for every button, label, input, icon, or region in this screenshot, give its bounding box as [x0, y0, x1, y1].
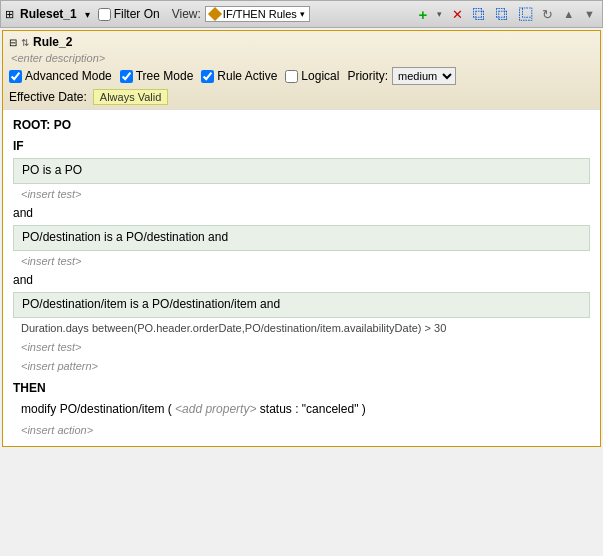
ruleset-title: Ruleset_1: [20, 7, 77, 21]
insert-test-3[interactable]: <insert test>: [21, 339, 582, 357]
tree-mode-checkbox[interactable]: Tree Mode: [120, 69, 194, 83]
rule-active-checkbox[interactable]: Rule Active: [201, 69, 277, 83]
root-label: ROOT:: [13, 118, 50, 132]
insert-test-1[interactable]: <insert test>: [21, 186, 582, 204]
filter-on-checkbox[interactable]: Filter On: [98, 7, 160, 21]
advanced-mode-label: Advanced Mode: [25, 69, 112, 83]
rule-title: Rule_2: [33, 35, 72, 49]
add-property[interactable]: <add property>: [175, 402, 256, 416]
paste-icon[interactable]: ⿻: [493, 6, 512, 23]
rule-header: ⊟ ⇅ Rule_2 <enter description> Advanced …: [3, 31, 600, 110]
rule-collapse-icon[interactable]: ⊟: [9, 37, 17, 48]
view-label: View:: [172, 7, 201, 21]
advanced-mode-checkbox[interactable]: Advanced Mode: [9, 69, 112, 83]
condition-text-3: PO/destination/item is a PO/destination/…: [22, 297, 280, 311]
paste2-icon[interactable]: ⿺: [516, 6, 535, 23]
view-dropdown-arrow-icon: ▾: [300, 9, 305, 19]
view-dropdown[interactable]: IF/THEN Rules ▾: [205, 6, 310, 22]
priority-select[interactable]: medium: [392, 67, 456, 85]
add-dropdown-icon[interactable]: ▾: [434, 8, 445, 20]
rule-body: ROOT: PO IF PO is a PO <insert test> and…: [3, 110, 600, 446]
expand-icon[interactable]: ⊞: [5, 8, 14, 21]
rule-options: Advanced Mode Tree Mode Rule Active Logi…: [9, 67, 594, 85]
advanced-mode-input[interactable]: [9, 70, 22, 83]
priority-label: Priority:: [347, 69, 388, 83]
logical-label: Logical: [301, 69, 339, 83]
insert-test-2[interactable]: <insert test>: [21, 253, 582, 271]
insert-pattern[interactable]: <insert pattern>: [21, 358, 582, 376]
diamond-icon: [208, 7, 222, 21]
modify-prefix: modify PO/destination/item (: [21, 402, 175, 416]
condition-block-2[interactable]: PO/destination is a PO/destination and: [13, 225, 590, 250]
condition-block-3[interactable]: PO/destination/item is a PO/destination/…: [13, 292, 590, 317]
always-valid-badge[interactable]: Always Valid: [93, 89, 169, 105]
modify-suffix: status : "canceled" ): [260, 402, 366, 416]
tree-mode-input[interactable]: [120, 70, 133, 83]
if-line: IF: [13, 137, 590, 156]
down-button[interactable]: ▼: [581, 7, 598, 21]
and-line-1: and: [13, 204, 590, 223]
logical-input[interactable]: [285, 70, 298, 83]
logical-checkbox[interactable]: Logical: [285, 69, 339, 83]
root-value: PO: [54, 118, 71, 132]
rule-active-input[interactable]: [201, 70, 214, 83]
ruleset-header: ⊞ Ruleset_1 ▾ Filter On View: IF/THEN Ru…: [0, 0, 603, 28]
tree-mode-label: Tree Mode: [136, 69, 194, 83]
and-line-2: and: [13, 271, 590, 290]
filter-on-input[interactable]: [98, 8, 111, 21]
rule-description[interactable]: <enter description>: [11, 52, 594, 64]
expression-line[interactable]: Duration.days between(PO.header.orderDat…: [21, 320, 582, 338]
view-option-label: IF/THEN Rules: [223, 8, 297, 20]
then-line: THEN: [13, 379, 590, 398]
root-line: ROOT: PO: [13, 116, 590, 135]
copy-icon[interactable]: ⿻: [470, 6, 489, 23]
condition-text-2: PO/destination is a PO/destination and: [22, 230, 228, 244]
condition-text-1: PO is a PO: [22, 163, 82, 177]
rule-active-label: Rule Active: [217, 69, 277, 83]
up-button[interactable]: ▲: [560, 7, 577, 21]
effective-date-label: Effective Date:: [9, 90, 87, 104]
add-button[interactable]: +: [415, 5, 430, 24]
insert-action[interactable]: <insert action>: [21, 422, 582, 440]
dropdown-arrow-icon[interactable]: ▾: [85, 9, 90, 20]
condition-block-1[interactable]: PO is a PO: [13, 158, 590, 183]
filter-on-label: Filter On: [114, 7, 160, 21]
modify-line[interactable]: modify PO/destination/item ( <add proper…: [21, 400, 582, 419]
effective-date-section: Effective Date: Always Valid: [9, 89, 594, 105]
rule-sort-icon[interactable]: ⇅: [21, 37, 29, 48]
delete-button[interactable]: ✕: [449, 6, 466, 23]
rule-container: ⊟ ⇅ Rule_2 <enter description> Advanced …: [2, 30, 601, 447]
loop-icon[interactable]: ↻: [539, 6, 556, 23]
priority-section: Priority: medium: [347, 67, 456, 85]
